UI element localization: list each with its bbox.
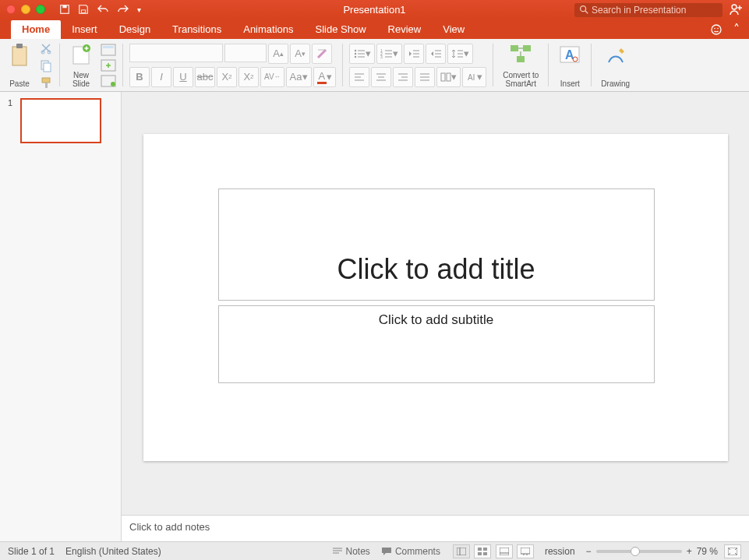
title-placeholder-text: Click to add title — [337, 253, 535, 286]
section-icon[interactable] — [101, 75, 116, 87]
thumbnail-preview[interactable] — [20, 98, 101, 143]
reading-view-button[interactable] — [496, 544, 513, 558]
cut-icon[interactable] — [39, 41, 53, 55]
fit-to-window-button[interactable] — [724, 544, 741, 558]
copy-icon[interactable] — [39, 58, 53, 72]
notes-toggle[interactable]: Notes — [332, 546, 370, 557]
tab-insert[interactable]: Insert — [61, 20, 108, 39]
subscript-button[interactable]: X2 — [238, 67, 259, 87]
change-case-button[interactable]: Aa▾ — [286, 67, 312, 87]
zoom-slider[interactable] — [596, 550, 682, 553]
drawing-button[interactable] — [604, 42, 627, 69]
svg-point-27 — [111, 82, 115, 86]
sorter-view-button[interactable] — [474, 544, 491, 558]
thumbnail-item[interactable]: 1 — [8, 98, 113, 143]
normal-view-button[interactable] — [453, 544, 470, 558]
svg-rect-62 — [447, 73, 450, 81]
italic-button[interactable]: I — [151, 67, 171, 87]
notes-pane[interactable]: Click to add notes — [122, 515, 749, 541]
subtitle-placeholder[interactable]: Click to add subtitle — [218, 305, 655, 383]
clear-formatting-button[interactable] — [312, 44, 332, 64]
tab-slideshow[interactable]: Slide Show — [305, 20, 377, 39]
tab-design[interactable]: Design — [108, 20, 161, 39]
font-color-button[interactable]: A▾ — [313, 67, 337, 87]
align-center-button[interactable] — [371, 67, 391, 87]
convert-smartart-button[interactable] — [507, 42, 534, 65]
increase-indent-button[interactable] — [426, 44, 446, 64]
undo-icon[interactable] — [97, 4, 109, 15]
notes-placeholder-text: Click to add notes — [129, 521, 210, 533]
status-bar: Slide 1 of 1 English (United States) Not… — [0, 541, 749, 560]
canvas-area[interactable]: Click to add title Click to add subtitle — [122, 92, 749, 515]
align-right-button[interactable] — [393, 67, 413, 87]
reset-icon[interactable] — [101, 59, 116, 72]
language-label[interactable]: English (United States) — [65, 546, 161, 557]
paste-group: Paste — [5, 42, 34, 88]
svg-rect-61 — [441, 73, 445, 81]
slide-canvas[interactable]: Click to add title Click to add subtitle — [143, 134, 728, 461]
redo-icon[interactable] — [117, 4, 129, 15]
quick-access-toolbar: ▾ — [59, 4, 141, 15]
zoom-out-button[interactable]: − — [586, 546, 592, 557]
decrease-font-button[interactable]: A▾ — [290, 44, 310, 64]
svg-rect-73 — [457, 548, 466, 555]
tab-review[interactable]: Review — [377, 20, 433, 39]
svg-rect-18 — [45, 83, 48, 88]
share-icon[interactable] — [729, 3, 743, 16]
strikethrough-button[interactable]: abc — [195, 67, 215, 87]
svg-point-30 — [355, 52, 356, 54]
collapse-ribbon-icon[interactable]: ˄ — [733, 22, 740, 37]
bold-button[interactable]: B — [129, 67, 150, 87]
tab-animations[interactable]: Animations — [232, 20, 304, 39]
emoji-icon[interactable] — [710, 23, 723, 36]
qat-customize-icon[interactable]: ▾ — [137, 5, 141, 14]
slideshow-view-button[interactable] — [517, 544, 534, 558]
numbering-button[interactable]: 123▾ — [376, 44, 402, 64]
svg-rect-16 — [44, 63, 51, 72]
font-size-select[interactable] — [224, 44, 267, 62]
clipboard-small — [39, 42, 53, 88]
subtitle-placeholder-text: Click to add subtitle — [379, 312, 493, 328]
svg-line-4 — [585, 10, 588, 13]
bullets-button[interactable]: ▾ — [349, 44, 375, 64]
format-painter-icon[interactable] — [39, 76, 53, 90]
increase-font-button[interactable]: A▴ — [268, 44, 288, 64]
zoom-in-button[interactable]: + — [687, 546, 692, 557]
title-placeholder[interactable]: Click to add title — [218, 188, 655, 301]
justify-button[interactable] — [415, 67, 435, 87]
close-window-button[interactable] — [6, 5, 16, 14]
tab-view[interactable]: View — [432, 20, 475, 39]
columns-button[interactable]: ▾ — [436, 67, 461, 87]
paste-button[interactable] — [8, 42, 31, 69]
align-left-button[interactable] — [349, 67, 369, 87]
svg-point-32 — [355, 55, 356, 57]
save-icon[interactable] — [78, 4, 89, 15]
zoom-level-label[interactable]: 79 % — [697, 546, 718, 557]
ribbon-tabs: Home Insert Design Transitions Animation… — [0, 19, 749, 39]
minimize-window-button[interactable] — [21, 5, 30, 14]
font-family-select[interactable] — [129, 44, 223, 62]
insert-button[interactable]: A — [558, 42, 581, 69]
layout-icon[interactable] — [101, 44, 116, 56]
ribbon: Paste New Slide A▴ A▾ B I U abc X2 X2 AV… — [0, 39, 749, 92]
comments-toggle[interactable]: Comments — [381, 546, 440, 557]
new-slide-button[interactable] — [69, 42, 93, 69]
search-container — [574, 2, 723, 17]
svg-rect-64 — [511, 45, 518, 51]
maximize-window-button[interactable] — [36, 5, 45, 14]
line-spacing-button[interactable]: ▾ — [447, 44, 473, 64]
svg-rect-75 — [478, 548, 482, 551]
search-input[interactable] — [574, 3, 723, 17]
font-group: A▴ A▾ B I U abc X2 X2 AV↔ Aa▾ A▾ — [129, 42, 336, 88]
character-spacing-button[interactable]: AV↔ — [260, 67, 284, 87]
svg-point-10 — [717, 27, 719, 29]
underline-button[interactable]: U — [173, 67, 193, 87]
text-direction-button[interactable]: A▾ — [462, 67, 486, 87]
decrease-indent-button[interactable] — [404, 44, 424, 64]
tab-home[interactable]: Home — [11, 20, 61, 39]
superscript-button[interactable]: X2 — [217, 67, 237, 87]
tab-transitions[interactable]: Transitions — [161, 20, 232, 39]
autosave-icon[interactable] — [59, 4, 70, 15]
main-body: 1 Click to add title Click to add subtit… — [0, 92, 749, 541]
zoom-controls: − + 79 % — [586, 544, 741, 558]
